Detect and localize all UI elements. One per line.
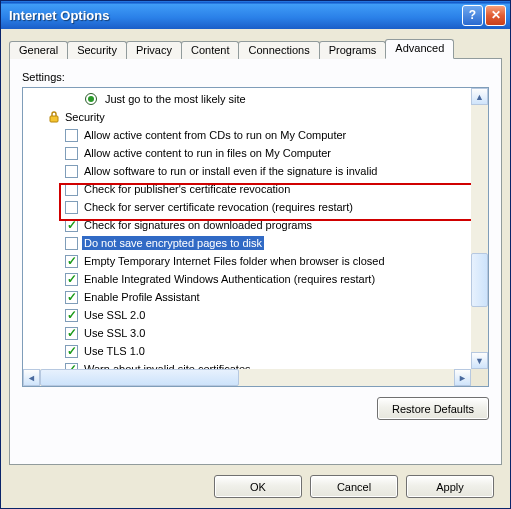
scroll-thumb-horizontal[interactable]: [40, 369, 239, 386]
setting-item[interactable]: Use TLS 1.0: [25, 342, 471, 360]
tab-panel-advanced: Settings: Just go to the most likely sit…: [9, 58, 502, 465]
setting-item[interactable]: Enable Integrated Windows Authentication…: [25, 270, 471, 288]
titlebar[interactable]: Internet Options ? ✕: [1, 1, 510, 29]
checkbox[interactable]: [65, 147, 78, 160]
checkbox[interactable]: [65, 291, 78, 304]
setting-item[interactable]: Use SSL 2.0: [25, 306, 471, 324]
checkbox[interactable]: [65, 237, 78, 250]
checkbox[interactable]: [65, 327, 78, 340]
tab-content[interactable]: Content: [181, 41, 240, 59]
checkbox[interactable]: [65, 201, 78, 214]
setting-item[interactable]: Enable Profile Assistant: [25, 288, 471, 306]
tab-security[interactable]: Security: [67, 41, 127, 59]
tabs-row: General Security Privacy Content Connect…: [9, 37, 502, 58]
setting-label: Check for publisher's certificate revoca…: [82, 182, 292, 196]
scroll-up-button[interactable]: ▲: [471, 88, 488, 105]
scroll-corner: [471, 369, 488, 386]
setting-label: Use TLS 1.0: [82, 344, 147, 358]
checkbox[interactable]: [65, 219, 78, 232]
settings-tree[interactable]: Just go to the most likely siteSecurityA…: [22, 87, 489, 387]
setting-item[interactable]: Empty Temporary Internet Files folder wh…: [25, 252, 471, 270]
setting-label: Do not save encrypted pages to disk: [82, 236, 264, 250]
setting-label: Check for signatures on downloaded progr…: [82, 218, 314, 232]
setting-label: Allow active content to run in files on …: [82, 146, 333, 160]
checkbox[interactable]: [65, 345, 78, 358]
horizontal-scrollbar[interactable]: ◄ ►: [23, 369, 488, 386]
checkbox[interactable]: [65, 309, 78, 322]
group-security: Security: [25, 108, 471, 126]
setting-item[interactable]: Check for signatures on downloaded progr…: [25, 216, 471, 234]
setting-label: Allow software to run or install even if…: [82, 164, 379, 178]
setting-label: Enable Profile Assistant: [82, 290, 202, 304]
vertical-scrollbar[interactable]: ▲ ▼: [471, 88, 488, 369]
restore-defaults-button[interactable]: Restore Defaults: [377, 397, 489, 420]
tab-programs[interactable]: Programs: [319, 41, 387, 59]
setting-item[interactable]: Do not save encrypted pages to disk: [25, 234, 471, 252]
setting-item[interactable]: Use SSL 3.0: [25, 324, 471, 342]
help-button[interactable]: ?: [462, 5, 483, 26]
checkbox[interactable]: [65, 255, 78, 268]
radio-just-go[interactable]: Just go to the most likely site: [25, 90, 471, 108]
radio-label: Just go to the most likely site: [103, 92, 248, 106]
checkbox[interactable]: [65, 183, 78, 196]
setting-item[interactable]: Check for server certificate revocation …: [25, 198, 471, 216]
setting-label: Check for server certificate revocation …: [82, 200, 355, 214]
close-button[interactable]: ✕: [485, 5, 506, 26]
scroll-right-button[interactable]: ►: [454, 369, 471, 386]
scroll-left-button[interactable]: ◄: [23, 369, 40, 386]
svg-rect-0: [50, 116, 58, 122]
ok-button[interactable]: OK: [214, 475, 302, 498]
setting-item[interactable]: Check for publisher's certificate revoca…: [25, 180, 471, 198]
tab-general[interactable]: General: [9, 41, 68, 59]
tab-connections[interactable]: Connections: [238, 41, 319, 59]
scroll-thumb-vertical[interactable]: [471, 253, 488, 307]
checkbox[interactable]: [65, 129, 78, 142]
setting-item[interactable]: Allow software to run or install even if…: [25, 162, 471, 180]
setting-item[interactable]: Allow active content from CDs to run on …: [25, 126, 471, 144]
checkbox[interactable]: [65, 165, 78, 178]
tab-privacy[interactable]: Privacy: [126, 41, 182, 59]
setting-item[interactable]: Allow active content to run in files on …: [25, 144, 471, 162]
checkbox[interactable]: [65, 273, 78, 286]
scroll-track-vertical[interactable]: [471, 105, 488, 352]
group-label: Security: [65, 111, 105, 123]
window-title: Internet Options: [9, 8, 462, 23]
lock-icon: [47, 110, 61, 124]
setting-label: Empty Temporary Internet Files folder wh…: [82, 254, 387, 268]
radio-icon[interactable]: [85, 93, 97, 105]
settings-label: Settings:: [22, 71, 489, 83]
scroll-down-button[interactable]: ▼: [471, 352, 488, 369]
tab-advanced[interactable]: Advanced: [385, 39, 454, 59]
setting-label: Use SSL 2.0: [82, 308, 147, 322]
internet-options-dialog: Internet Options ? ✕ General Security Pr…: [0, 0, 511, 509]
setting-label: Allow active content from CDs to run on …: [82, 128, 348, 142]
setting-label: Enable Integrated Windows Authentication…: [82, 272, 377, 286]
setting-label: Use SSL 3.0: [82, 326, 147, 340]
cancel-button[interactable]: Cancel: [310, 475, 398, 498]
apply-button[interactable]: Apply: [406, 475, 494, 498]
scroll-track-horizontal[interactable]: [40, 369, 454, 386]
